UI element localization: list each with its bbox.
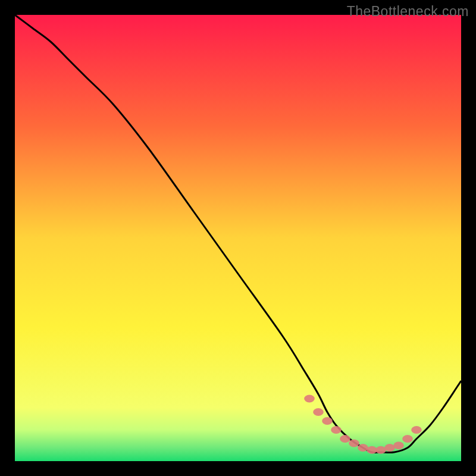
marker-dot: [384, 444, 395, 452]
marker-dot: [349, 440, 359, 447]
marker-dot: [304, 395, 315, 403]
marker-dot: [367, 446, 377, 454]
marker-dot: [411, 426, 422, 434]
marker-dot: [340, 435, 350, 443]
chart-svg: [15, 15, 461, 461]
watermark-text: TheBottleneck.com: [347, 4, 469, 20]
plot-area: [15, 15, 461, 461]
marker-dot: [402, 435, 413, 443]
gradient-background: [15, 15, 461, 461]
marker-dot: [331, 426, 342, 434]
marker-dot: [375, 446, 386, 454]
marker-dot: [358, 444, 368, 452]
chart-container: TheBottleneck.com: [0, 0, 476, 476]
marker-dot: [393, 441, 404, 449]
marker-dot: [322, 417, 333, 425]
marker-dot: [313, 408, 324, 416]
